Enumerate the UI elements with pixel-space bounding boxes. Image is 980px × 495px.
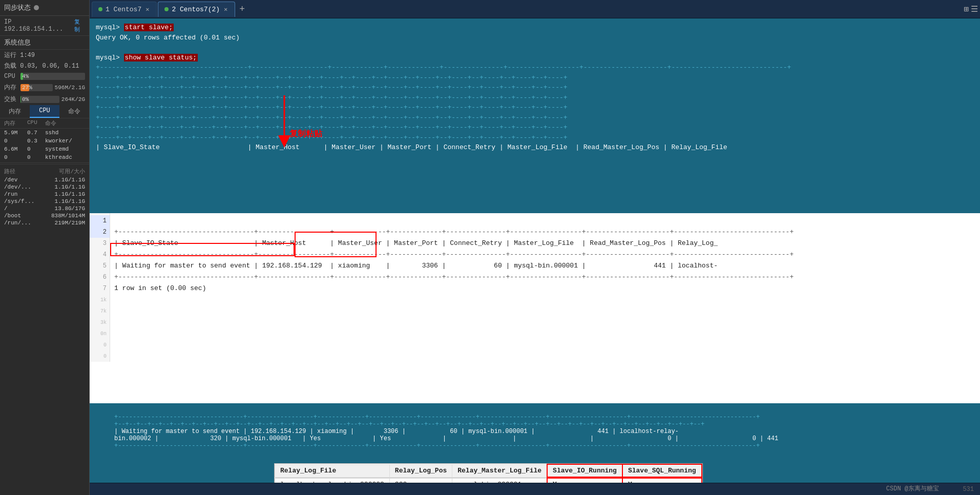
relay-log-file-val: localhost-relay-bin.000002: [275, 478, 390, 483]
cpu-bar-bg: 4%: [20, 73, 85, 80]
mysql-table: +----------------------------------+----…: [110, 213, 980, 319]
mem-metric-row: 内存 27% 596M/2.1G: [0, 81, 89, 93]
proc4-mem: 0: [4, 154, 27, 160]
ph-cpu: CPU: [27, 119, 45, 127]
process-row-3: 6.6M 0 systemd: [0, 145, 89, 153]
main-area: 1 Centos7 ✕ 2 Centos7(2) ✕ + ⊞ ☰ mysql> …: [90, 0, 980, 495]
disk-header: 路径 可用/大小: [0, 167, 89, 176]
terminal-upper[interactable]: mysql> start slave; Query OK, 0 rows aff…: [90, 18, 980, 213]
load-row: 负载 0.03, 0.06, 0.11: [0, 60, 89, 71]
runtime-row: 运行 1:49: [0, 50, 89, 60]
line-num-1: 1: [90, 215, 110, 226]
copy-button[interactable]: 复制: [74, 18, 85, 33]
tab1-close[interactable]: ✕: [144, 6, 150, 13]
proc4-cmd: kthreadc: [45, 154, 85, 160]
disk-row-5: /13.8G/17G: [0, 205, 89, 212]
tab1-label: 1 Centos7: [106, 6, 141, 13]
col-relay-log-file: Relay_Log_File: [275, 464, 390, 477]
proc3-cmd: systemd: [45, 146, 85, 152]
main-split: mysql> start slave; Query OK, 0 rows aff…: [90, 18, 980, 483]
relay-log-pos-val: 320: [389, 478, 452, 483]
proc1-cmd: sshd: [45, 130, 85, 136]
process-header: 内存 CPU 命令: [0, 118, 89, 129]
second-table-header-row: Relay_Log_File Relay_Log_Pos Relay_Maste…: [275, 464, 702, 477]
sync-label: 同步状态: [4, 3, 31, 12]
second-result-table: Relay_Log_File Relay_Log_Pos Relay_Maste…: [275, 464, 702, 483]
col-relay-master-log: Relay_Master_Log_File: [452, 464, 547, 477]
line-num-9: 7k: [90, 305, 110, 317]
sidebar: 同步状态 IP 192.168.154.1... 复制 系统信息 运行 1:49…: [0, 0, 90, 495]
col-slave-sql-running: Slave_SQL_Running: [622, 464, 702, 477]
ph-name: 命令: [45, 119, 85, 127]
cpu-metric-row: CPU 4%: [0, 71, 89, 81]
disk-row-6: /boot838M/1014M: [0, 212, 89, 219]
tab-centos7-1[interactable]: 1 Centos7 ✕: [92, 2, 157, 17]
tab-bar: 1 Centos7 ✕ 2 Centos7(2) ✕ + ⊞ ☰: [90, 0, 980, 18]
col-relay-log-pos: Relay_Log_Pos: [389, 464, 452, 477]
tab1-dot: [98, 7, 102, 11]
grid-icon-1[interactable]: ⊞: [964, 4, 969, 14]
swap-metric-row: 交换 0% 264K/2G: [0, 93, 89, 105]
grid-icon-2[interactable]: ☰: [971, 4, 978, 14]
disk-section: 路径 可用/大小 /dev1.1G/1.1G /dev/...1.1G/1.1G…: [0, 164, 89, 229]
tab-command[interactable]: 命令: [59, 105, 89, 118]
term-line-4: mysql> show slave status;: [96, 53, 974, 63]
dash-line-6: +----+--+----+--+----+--+----+--+----+--…: [96, 113, 974, 123]
ph-mem: 内存: [4, 119, 27, 127]
dash-line-7: +----+--+----+--+----+--+----+--+----+--…: [96, 122, 974, 133]
mem-val: 596M/2.1G: [55, 85, 85, 91]
sidebar-ip: IP 192.168.154.1... 复制: [0, 16, 89, 36]
line-num-7: 7: [90, 283, 110, 294]
term-line-1: mysql> start slave;: [96, 23, 974, 33]
tab-centos7-2[interactable]: 2 Centos7(2) ✕: [158, 2, 235, 17]
dash-line-4: +----+--+----+--+----+--+----+--+----+--…: [96, 93, 974, 103]
line-num-6: 6: [90, 272, 110, 283]
tab-grid-icons: ⊞ ☰: [964, 4, 978, 14]
disk-row-7: /run/...219M/219M: [0, 219, 89, 226]
cpu-pct: 4%: [22, 73, 29, 80]
swap-val: 264K/2G: [61, 96, 85, 102]
second-table-overlay: Relay_Log_File Relay_Log_Pos Relay_Maste…: [274, 463, 703, 483]
line-num-10: 3k: [90, 317, 110, 328]
result-area: 1 2 3 4 5 6 7 1k 7k 3k 0n 0 0 +---------…: [90, 213, 980, 483]
disk-row-2: /dev/...1.1G/1.1G: [0, 183, 89, 191]
col-slave-io-running: Slave_IO_Running: [547, 464, 622, 477]
process-row-4: 0 0 kthreadc: [0, 153, 89, 161]
line-num-2: 2: [90, 226, 110, 238]
term-table-header: | Slave_IO_State | Master_Host | Master_…: [96, 142, 974, 153]
status-bar: CSDN @东离与糖宝 531: [90, 483, 980, 495]
line-num-3: 3: [90, 238, 110, 249]
disk-row-3: /run1.1G/1.1G: [0, 191, 89, 198]
proc1-mem: 5.9M: [4, 130, 27, 136]
page-number: 531: [963, 486, 974, 493]
tab2-dot: [164, 7, 169, 11]
slave-io-running-val: Yes: [547, 478, 622, 483]
second-table-data-row: localhost-relay-bin.000002 320 mysql-bin…: [275, 478, 702, 483]
proc2-cpu: 0.3: [27, 138, 45, 144]
line-num-11: 0n: [90, 328, 110, 339]
term-line-2: Query OK, 0 rows affected (0.01 sec): [96, 33, 974, 43]
tab-cpu[interactable]: CPU: [30, 105, 59, 118]
line-num-8: 1k: [90, 294, 110, 305]
disk-size-header: 可用/大小: [59, 168, 85, 175]
line-num-12: 0: [90, 339, 110, 350]
proc3-cpu: 0: [27, 146, 45, 152]
tab2-close[interactable]: ✕: [223, 6, 228, 13]
tab-memory[interactable]: 内存: [0, 105, 30, 118]
disk-path-header: 路径: [4, 168, 15, 175]
dash-line-2: +----+--+----+--+----+--+----+--+----+--…: [96, 73, 974, 83]
process-row-1: 5.9M 0.7 sshd: [0, 129, 89, 137]
proc2-cmd: kworker/: [45, 138, 85, 144]
sidebar-header: 同步状态: [0, 0, 89, 16]
dash-line-5: +----+--+----+--+----+--+----+--+----+--…: [96, 102, 974, 113]
proc4-cpu: 0: [27, 154, 45, 160]
dash-line-1: +-------------------------------------+-…: [96, 63, 974, 73]
cpu-label: CPU: [4, 73, 18, 80]
sync-dot: [34, 5, 39, 10]
proc3-mem: 6.6M: [4, 146, 27, 152]
line-num-4: 4: [90, 249, 110, 260]
disk-row-1: /dev1.1G/1.1G: [0, 176, 89, 183]
tab-add-button[interactable]: +: [236, 4, 248, 14]
line-num-5: 5: [90, 260, 110, 272]
process-row-2: 0 0.3 kworker/: [0, 137, 89, 145]
